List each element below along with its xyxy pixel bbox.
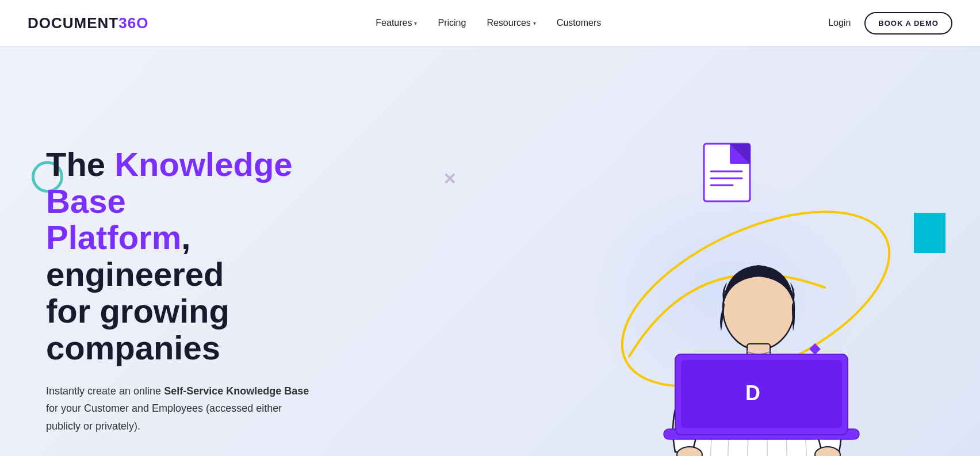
hero-illustration: D	[345, 81, 934, 456]
person-illustration: D	[623, 153, 899, 456]
logo[interactable]: DOCUMENT 36O	[28, 14, 148, 32]
teal-rect-decoration	[914, 213, 945, 253]
nav-resources[interactable]: Resources ▾	[487, 18, 535, 28]
hero-section: ✕ The Knowledge Base Platform, engineere…	[0, 46, 980, 456]
document-icon	[698, 138, 761, 215]
nav-customers[interactable]: Customers	[557, 18, 601, 28]
book-demo-button[interactable]: BOOK A DEMO	[864, 12, 952, 35]
nav-menu: Features ▾ Pricing Resources ▾ Customers	[376, 18, 601, 28]
heading-platform: Platform	[46, 219, 181, 256]
svg-text:D: D	[745, 381, 760, 405]
features-chevron-icon: ▾	[414, 20, 417, 26]
nav-right-area: Login BOOK A DEMO	[828, 12, 952, 35]
nav-pricing[interactable]: Pricing	[438, 18, 466, 28]
svg-rect-20	[681, 360, 842, 428]
hero-desc-bold: Self-Service Knowledge Base	[164, 385, 309, 397]
logo-doc-text: DOCUMENT	[28, 14, 118, 32]
resources-chevron-icon: ▾	[533, 20, 536, 26]
hero-heading: The Knowledge Base Platform, engineered …	[46, 146, 345, 366]
logo-360-text: 36O	[118, 14, 148, 32]
login-link[interactable]: Login	[828, 18, 851, 28]
navigation: DOCUMENT 36O Features ▾ Pricing Resource…	[0, 0, 980, 46]
nav-features[interactable]: Features ▾	[376, 18, 417, 28]
heading-growing: for growing companies	[46, 292, 229, 366]
heading-the: The	[46, 145, 114, 183]
hero-content: The Knowledge Base Platform, engineered …	[46, 135, 345, 435]
hero-description: Instantly create an online Self-Service …	[46, 382, 311, 435]
